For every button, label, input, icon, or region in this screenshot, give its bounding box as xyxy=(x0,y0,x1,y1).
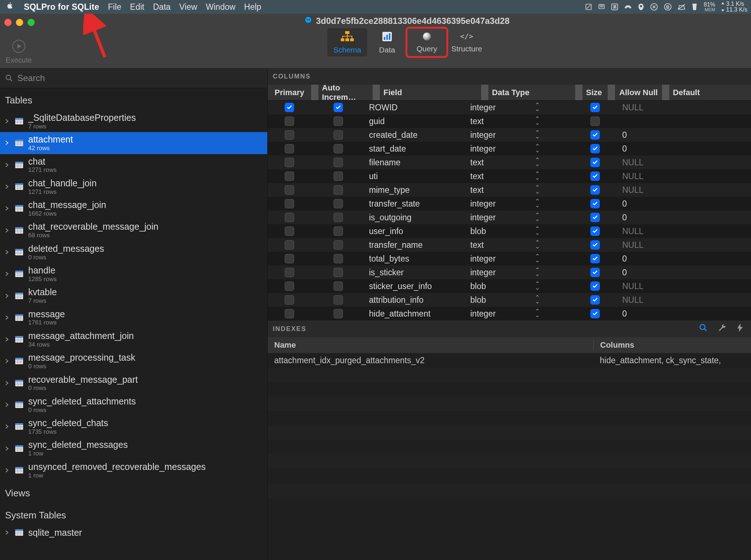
type-select-icon[interactable]: ⌃⌄ xyxy=(535,241,540,249)
column-row[interactable]: hide_attachmentinteger⌃⌄0 xyxy=(268,307,751,321)
checkbox[interactable] xyxy=(285,103,294,112)
column-row[interactable]: is_outgoinginteger⌃⌄0 xyxy=(268,211,751,224)
checkbox[interactable] xyxy=(334,199,343,208)
col-allow-null[interactable]: Allow Null xyxy=(615,85,662,100)
checkbox[interactable] xyxy=(590,158,600,167)
apple-menu[interactable] xyxy=(4,2,15,12)
table-item[interactable]: kvtable7 rows xyxy=(0,285,267,306)
type-select-icon[interactable]: ⌃⌄ xyxy=(535,310,540,317)
col-size[interactable]: Size xyxy=(582,85,608,100)
table-item[interactable]: deleted_messages0 rows xyxy=(0,241,267,263)
index-search-icon[interactable] xyxy=(699,323,708,334)
tab-data[interactable]: Data xyxy=(367,28,407,56)
checkbox[interactable] xyxy=(285,268,294,277)
checkbox[interactable] xyxy=(285,116,294,126)
column-row[interactable]: user_infoblob⌃⌄NULL xyxy=(268,224,751,238)
index-bolt-icon[interactable] xyxy=(737,323,744,334)
type-select-icon[interactable]: ⌃⌄ xyxy=(535,283,540,290)
tray-icon[interactable] xyxy=(691,3,698,11)
checkbox[interactable] xyxy=(334,171,343,181)
column-row[interactable]: mime_typetext⌃⌄NULL xyxy=(268,183,751,197)
checkbox[interactable] xyxy=(334,158,343,167)
tray-icon[interactable] xyxy=(650,3,658,11)
menu-help[interactable]: Help xyxy=(244,2,261,12)
table-item[interactable]: chat_recoverable_message_join68 rows xyxy=(0,219,267,241)
type-select-icon[interactable]: ⌃⌄ xyxy=(535,269,540,276)
checkbox[interactable] xyxy=(590,171,600,181)
checkbox[interactable] xyxy=(285,199,294,208)
table-item[interactable]: message1761 rows xyxy=(0,307,267,328)
col-type[interactable]: Data Type xyxy=(488,85,557,100)
column-row[interactable]: transfer_nametext⌃⌄NULL xyxy=(268,238,751,252)
checkbox[interactable] xyxy=(334,130,343,140)
type-select-icon[interactable]: ⌃⌄ xyxy=(535,131,540,139)
type-select-icon[interactable]: ⌃⌄ xyxy=(535,104,540,111)
checkbox[interactable] xyxy=(285,185,294,195)
table-item[interactable]: message_attachment_join34 rows xyxy=(0,328,267,350)
table-item[interactable]: chat_message_join1662 rows xyxy=(0,198,267,219)
checkbox[interactable] xyxy=(285,158,294,167)
app-name[interactable]: SQLPro for SQLite xyxy=(24,2,99,12)
tab-schema[interactable]: Schema xyxy=(327,28,367,56)
type-select-icon[interactable]: ⌃⌄ xyxy=(535,255,540,262)
table-item[interactable]: sync_deleted_chats1735 rows xyxy=(0,416,267,437)
type-select-icon[interactable]: ⌃⌄ xyxy=(535,228,540,235)
system-table-item[interactable]: sqlite_master xyxy=(0,525,267,540)
checkbox[interactable] xyxy=(285,309,294,318)
search-input[interactable] xyxy=(17,73,262,83)
column-row[interactable]: is_stickerinteger⌃⌄0 xyxy=(268,266,751,279)
column-row[interactable]: total_bytesinteger⌃⌄0 xyxy=(268,252,751,266)
checkbox[interactable] xyxy=(590,309,600,318)
type-select-icon[interactable]: ⌃⌄ xyxy=(535,118,540,125)
tab-query[interactable]: Query xyxy=(407,28,447,56)
checkbox[interactable] xyxy=(590,295,600,305)
type-select-icon[interactable]: ⌃⌄ xyxy=(535,214,540,221)
column-row[interactable]: utitext⌃⌄NULL xyxy=(268,169,751,183)
checkbox[interactable] xyxy=(590,144,600,153)
table-item[interactable]: handle1285 rows xyxy=(0,263,267,285)
tray-icon[interactable] xyxy=(585,3,592,10)
col-default[interactable]: Default xyxy=(669,85,751,100)
checkbox[interactable] xyxy=(334,295,343,305)
table-item[interactable]: unsynced_removed_recoverable_messages1 r… xyxy=(0,459,267,481)
checkbox[interactable] xyxy=(590,226,600,236)
checkbox[interactable] xyxy=(590,268,600,277)
checkbox[interactable] xyxy=(285,226,294,236)
col-field[interactable]: Field xyxy=(380,85,481,100)
table-item[interactable]: recoverable_message_part0 rows xyxy=(0,372,267,394)
checkbox[interactable] xyxy=(285,130,294,140)
tray-icon[interactable] xyxy=(598,3,605,10)
menu-view[interactable]: View xyxy=(179,2,197,12)
checkbox[interactable] xyxy=(334,281,343,291)
menu-window[interactable]: Window xyxy=(206,2,236,12)
checkbox[interactable] xyxy=(285,295,294,305)
checkbox[interactable] xyxy=(334,254,343,263)
battery-indicator[interactable]: 81% MEM xyxy=(704,2,715,12)
table-item[interactable]: chat_handle_join1271 rows xyxy=(0,176,267,198)
checkbox[interactable] xyxy=(590,213,600,222)
index-wrench-icon[interactable] xyxy=(718,323,726,334)
index-row[interactable]: attachment_idx_purged_attachments_v2hide… xyxy=(268,353,751,368)
table-item[interactable]: _SqliteDatabaseProperties7 rows xyxy=(0,110,267,132)
type-select-icon[interactable]: ⌃⌄ xyxy=(535,173,540,180)
checkbox[interactable] xyxy=(590,254,600,263)
col-primary[interactable]: Primary xyxy=(268,85,311,100)
tray-icon[interactable]: B xyxy=(664,3,672,11)
idx-col-columns[interactable]: Columns xyxy=(594,340,751,350)
column-row[interactable]: start_dateinteger⌃⌄0 xyxy=(268,142,751,156)
checkbox[interactable] xyxy=(285,254,294,263)
tray-icon[interactable] xyxy=(624,3,632,10)
checkbox[interactable] xyxy=(285,281,294,291)
tab-structure[interactable]: </> Structure xyxy=(447,28,487,56)
type-select-icon[interactable]: ⌃⌄ xyxy=(535,186,540,194)
checkbox[interactable] xyxy=(590,240,600,250)
table-item[interactable]: chat1271 rows xyxy=(0,154,267,176)
idx-col-name[interactable]: Name xyxy=(268,340,593,350)
checkbox[interactable] xyxy=(334,213,343,222)
network-speed-indicator[interactable]: 3.1 K/s 11.3 K/s xyxy=(721,1,747,13)
checkbox[interactable] xyxy=(590,199,600,208)
checkbox[interactable] xyxy=(285,171,294,181)
type-select-icon[interactable]: ⌃⌄ xyxy=(535,296,540,304)
checkbox[interactable] xyxy=(285,213,294,222)
checkbox[interactable] xyxy=(590,281,600,291)
